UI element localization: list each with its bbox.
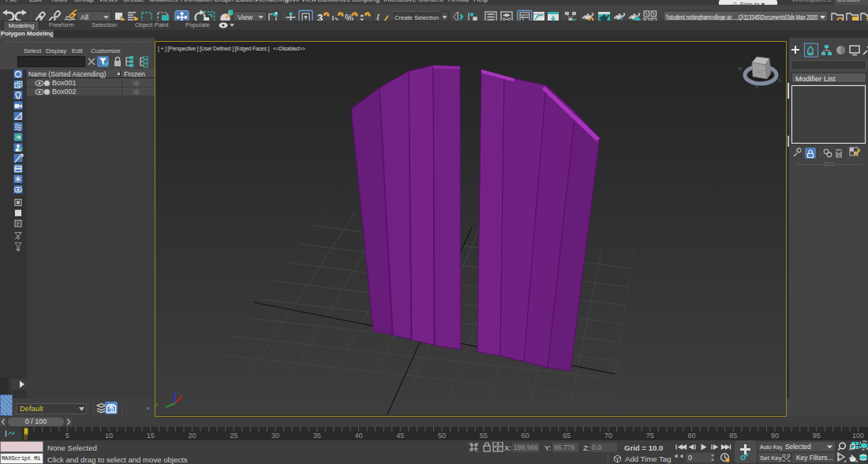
svg-text:75: 75 [646,432,654,440]
svg-text:55: 55 [480,432,488,440]
svg-text:30: 30 [271,432,279,440]
svg-text:95: 95 [813,432,821,440]
svg-text:View: View [238,13,253,21]
svg-text:25: 25 [230,432,238,440]
svg-text:Key Filters...: Key Filters... [796,454,833,462]
svg-text:Set Key: Set Key [760,455,782,462]
svg-text:20: 20 [188,432,196,440]
svg-text:x: x [155,402,159,407]
svg-text:90: 90 [771,432,779,440]
svg-text:0: 0 [688,454,692,462]
svg-text:40: 40 [354,432,362,440]
svg-text:100: 100 [852,432,864,440]
svg-text:60: 60 [521,432,529,440]
svg-text:Create Selection Se: Create Selection Se [395,14,448,21]
svg-text:{: { [376,12,380,21]
svg-text:All: All [80,13,88,21]
svg-text:3: 3 [317,12,323,21]
svg-text:\\student.nottinghamcollege.ac: \\student.nottinghamcollege.ac. ...Q\113… [666,13,817,21]
svg-text:45: 45 [396,432,404,440]
svg-text:35: 35 [313,432,321,440]
svg-text:W: W [738,66,743,71]
svg-text:Auto Key: Auto Key [760,443,783,451]
svg-text:S: S [755,84,758,89]
svg-text:S: S [778,78,781,83]
svg-text:15: 15 [147,432,155,440]
svg-text:80: 80 [687,432,695,440]
svg-text:F: F [17,221,20,226]
svg-text:LEFT: LEFT [755,69,766,74]
svg-text:5: 5 [65,432,69,440]
svg-text:65: 65 [563,432,571,440]
svg-text:Selected: Selected [785,443,811,451]
svg-text:85: 85 [729,432,737,440]
svg-text:50: 50 [438,432,446,440]
svg-text:10: 10 [105,432,113,440]
svg-text:70: 70 [604,432,612,440]
svg-text:»: » [146,405,150,412]
